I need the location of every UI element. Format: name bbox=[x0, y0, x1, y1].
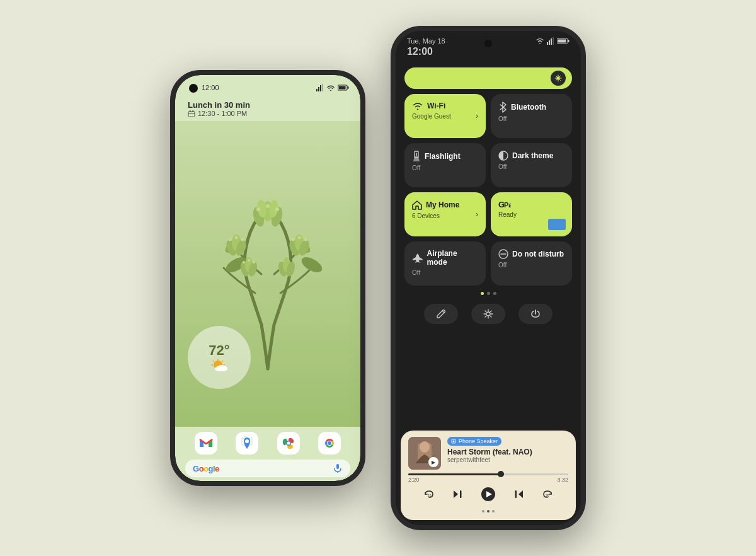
album-play-overlay: ▶ bbox=[428, 457, 438, 467]
dnd-tile-name: Do not disturb bbox=[512, 250, 564, 258]
flashlight-tile[interactable]: Flashlight Off bbox=[404, 143, 486, 187]
flashlight-icon bbox=[412, 151, 421, 162]
wifi-tile-arrow: › bbox=[476, 112, 478, 120]
wifi-tile[interactable]: Wi-Fi › Google Guest bbox=[404, 94, 486, 138]
svg-point-20 bbox=[256, 207, 260, 211]
media-source-label: Phone Speaker bbox=[459, 438, 498, 444]
album-art: ▶ bbox=[408, 437, 441, 470]
dnd-tile-status: Off bbox=[498, 262, 564, 269]
progress-track[interactable] bbox=[408, 473, 568, 475]
svg-point-28 bbox=[241, 238, 244, 241]
play-pause-button[interactable] bbox=[481, 487, 496, 505]
left-clock: 12:00 bbox=[202, 84, 219, 91]
dark-theme-tile-header: Dark theme bbox=[498, 151, 564, 161]
prev-button[interactable] bbox=[452, 489, 463, 503]
chrome-logo bbox=[323, 436, 336, 450]
search-bar[interactable]: Google bbox=[185, 460, 350, 477]
svg-rect-5 bbox=[348, 86, 349, 89]
next-button[interactable] bbox=[513, 489, 525, 503]
page-dots bbox=[404, 291, 572, 296]
gpay-card-icon bbox=[548, 219, 566, 230]
media-controls: 10 bbox=[408, 487, 568, 505]
my-home-tile-arrow: › bbox=[476, 210, 478, 219]
battery-icon-left bbox=[338, 84, 349, 91]
svg-rect-63 bbox=[547, 42, 548, 45]
prev-icon bbox=[452, 489, 463, 500]
page-dot-2 bbox=[487, 292, 490, 295]
bluetooth-icon bbox=[498, 101, 507, 113]
dark-theme-tile-status: Off bbox=[498, 163, 564, 170]
my-home-tile-name: My Home bbox=[426, 200, 459, 209]
dnd-tile[interactable]: Do not disturb Off bbox=[491, 241, 572, 286]
svg-rect-3 bbox=[322, 84, 323, 91]
photos-icon[interactable] bbox=[277, 432, 300, 455]
gpay-tile[interactable]: G Pay Ready bbox=[491, 192, 572, 236]
settings-icon bbox=[483, 309, 493, 319]
my-home-tile[interactable]: My Home › 6 Devices bbox=[404, 192, 486, 236]
settings-gear-icon bbox=[554, 74, 562, 82]
wifi-tile-name: Wi-Fi bbox=[427, 101, 445, 110]
dnd-tile-header: Do not disturb bbox=[498, 249, 564, 259]
chrome-icon[interactable] bbox=[318, 432, 341, 455]
mic-icon bbox=[333, 463, 343, 473]
svg-point-57 bbox=[287, 442, 290, 445]
airplane-tile-name: Airplane mode bbox=[427, 249, 478, 267]
svg-rect-87 bbox=[460, 490, 462, 498]
svg-line-46 bbox=[222, 361, 223, 362]
edit-button[interactable] bbox=[424, 304, 458, 324]
gmail-icon[interactable] bbox=[195, 432, 217, 455]
gpay-tile-status: Ready bbox=[498, 211, 564, 218]
notification-time: 12:30 - 1:00 PM bbox=[198, 110, 247, 117]
svg-rect-7 bbox=[188, 112, 195, 117]
bluetooth-tile-name: Bluetooth bbox=[511, 103, 546, 112]
svg-rect-0 bbox=[316, 89, 318, 91]
gpay-icon: G Pay bbox=[498, 200, 511, 209]
media-title: Heart Storm (feat. NAO) bbox=[447, 448, 568, 456]
maps-logo bbox=[240, 436, 254, 450]
svg-text:30: 30 bbox=[546, 494, 549, 497]
bluetooth-tile[interactable]: Bluetooth Off bbox=[491, 94, 572, 138]
left-phone-screen: 12:00 bbox=[175, 75, 360, 481]
brightness-slider[interactable] bbox=[404, 67, 572, 89]
dock-area: Google bbox=[175, 427, 360, 481]
settings-button[interactable] bbox=[471, 304, 505, 324]
flashlight-tile-header: Flashlight bbox=[412, 151, 478, 162]
brightness-thumb bbox=[551, 71, 566, 86]
notification-text: Lunch in 30 min 12:30 - 1:00 PM bbox=[188, 100, 250, 117]
right-phone-screen: Tue, May 18 bbox=[396, 31, 581, 525]
replay-button[interactable]: 10 bbox=[423, 489, 435, 503]
media-info: Phone Speaker Heart Storm (feat. NAO) se… bbox=[447, 437, 568, 463]
dark-theme-tile[interactable]: Dark theme Off bbox=[491, 143, 572, 187]
svg-point-38 bbox=[243, 261, 245, 264]
media-dot-2 bbox=[487, 510, 490, 513]
flashlight-tile-name: Flashlight bbox=[425, 152, 461, 161]
notification-subtitle: 12:30 - 1:00 PM bbox=[188, 110, 250, 117]
media-player: ▶ Phone Speaker Heart Storm (feat. NAO) … bbox=[401, 431, 576, 520]
svg-point-82 bbox=[420, 441, 430, 453]
weather-icon bbox=[209, 359, 229, 373]
forward-button[interactable]: 30 bbox=[542, 489, 553, 503]
svg-point-34 bbox=[304, 238, 307, 241]
svg-rect-64 bbox=[549, 40, 550, 45]
svg-point-26 bbox=[229, 238, 232, 241]
media-top: ▶ Phone Speaker Heart Storm (feat. NAO) … bbox=[408, 437, 568, 470]
media-source-badge: Phone Speaker bbox=[447, 437, 501, 446]
photos-logo bbox=[282, 436, 295, 450]
maps-icon[interactable] bbox=[236, 432, 258, 455]
notification-area: Lunch in 30 min 12:30 - 1:00 PM bbox=[175, 94, 360, 121]
dark-theme-icon bbox=[498, 151, 508, 161]
svg-point-79 bbox=[486, 312, 490, 316]
my-home-tile-status: 6 Devices bbox=[412, 212, 478, 219]
media-dot-3 bbox=[492, 510, 495, 513]
power-button[interactable] bbox=[518, 304, 553, 324]
svg-rect-69 bbox=[558, 40, 566, 43]
svg-rect-66 bbox=[553, 37, 554, 45]
media-dots bbox=[408, 509, 568, 514]
phone-speaker-icon bbox=[451, 439, 456, 444]
svg-text:Pay: Pay bbox=[504, 201, 511, 209]
airplane-tile[interactable]: Airplane mode Off bbox=[404, 241, 486, 286]
svg-point-84 bbox=[453, 441, 455, 443]
svg-point-39 bbox=[248, 259, 250, 262]
time-row: 2:20 3:32 bbox=[408, 477, 568, 483]
svg-rect-10 bbox=[188, 113, 195, 113]
